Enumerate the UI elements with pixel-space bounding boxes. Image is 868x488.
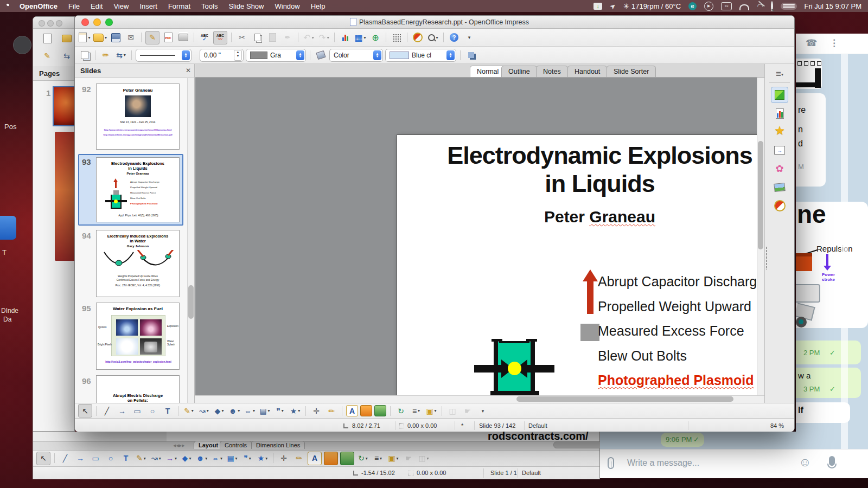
- bg-new-button[interactable]: [41, 32, 54, 44]
- bg-interaction-tool[interactable]: ☛: [402, 452, 415, 465]
- menu-slide-show[interactable]: Slide Show: [223, 2, 269, 10]
- menu-edit[interactable]: Edit: [85, 2, 108, 10]
- title-bar[interactable]: PlasmaBasedEnergyResearch.ppt - OpenOffi…: [75, 16, 794, 29]
- gluepoints-tool[interactable]: ✏: [325, 404, 338, 417]
- chat-bubble-outgoing[interactable]: w a 3 PM ✓: [796, 368, 861, 398]
- arrow-style-button[interactable]: ⇆: [114, 49, 127, 61]
- bg-arrows-shapes-tool[interactable]: ⇔: [210, 452, 224, 465]
- bg-line-tool[interactable]: ╱: [59, 452, 72, 465]
- menu-format[interactable]: Format: [163, 2, 196, 10]
- tab-slide-sorter[interactable]: Slide Sorter: [607, 66, 656, 77]
- slides-panel-scroll-thumb[interactable]: [188, 285, 194, 319]
- new-document-button[interactable]: [78, 31, 91, 44]
- slide-93-thumbnail[interactable]: Electrodynamic Explosions in Liquids Pet…: [96, 157, 180, 222]
- area-style-icon[interactable]: [314, 49, 327, 61]
- redo-button[interactable]: ↷: [317, 31, 330, 44]
- bg-tab-dimension-lines[interactable]: Dimension Lines: [251, 441, 305, 449]
- download-status-icon[interactable]: ↓: [593, 3, 602, 10]
- bg-gluepoints-tool[interactable]: ✏: [292, 452, 305, 465]
- messenger-scrollbar-area[interactable]: [841, 54, 848, 449]
- bg-points-tool[interactable]: ✛: [277, 452, 290, 465]
- sidebar-star-icon[interactable]: ★: [772, 124, 787, 138]
- chat-bubble-incoming[interactable]: re n d M: [796, 93, 826, 187]
- menu-file[interactable]: File: [63, 2, 85, 10]
- chat-bubble-outgoing-time[interactable]: 9:06 PM ✓: [661, 433, 704, 447]
- hyperlink-button[interactable]: ⊕: [369, 31, 382, 44]
- bg-rectangle-tool[interactable]: ▭: [89, 452, 102, 465]
- bg-curve-tool[interactable]: ✎: [135, 452, 148, 465]
- interaction-tool[interactable]: ☛: [461, 404, 474, 417]
- symbol-shapes-tool[interactable]: ☻: [228, 404, 241, 417]
- sidebar-menu-icon[interactable]: ≡▾: [772, 67, 787, 81]
- points-tool[interactable]: ✛: [310, 404, 323, 417]
- bg-rotate-tool[interactable]: ↻: [356, 452, 369, 465]
- flowchart-tool[interactable]: ▤: [258, 404, 271, 417]
- copy-button[interactable]: [251, 31, 264, 44]
- select-tool[interactable]: ↖: [78, 404, 92, 418]
- sidebar-gallery-icon[interactable]: [772, 180, 787, 194]
- line-tool[interactable]: ╱: [100, 404, 113, 417]
- curve-tool[interactable]: ✎: [182, 404, 195, 417]
- sidebar-chart-icon[interactable]: [772, 106, 787, 120]
- chart-button[interactable]: [339, 31, 352, 44]
- slide-96-thumbnail[interactable]: Abrupt Electric Discharge on Pellets:: [96, 375, 180, 403]
- text-tool[interactable]: T: [161, 404, 174, 417]
- spotlight-icon[interactable]: [771, 2, 773, 10]
- drawbar-overflow[interactable]: ▾: [476, 404, 489, 417]
- navigator-button[interactable]: [411, 31, 424, 44]
- chat-image-card-engine[interactable]: ne Repulsion Power stroke: [796, 202, 868, 328]
- tab-outline[interactable]: Outline: [501, 66, 537, 77]
- bg-arrow-tool[interactable]: →: [74, 452, 87, 465]
- help-button[interactable]: ?: [448, 31, 461, 44]
- inactive-traffic-light[interactable]: [39, 20, 45, 27]
- status-slide-style[interactable]: Default: [528, 422, 547, 429]
- menu-bar-clock[interactable]: Fri Jul 15 9:07 PM: [805, 2, 862, 10]
- more-menu-icon[interactable]: ⋮: [829, 37, 839, 49]
- sidebar-collapse-handle[interactable]: [765, 246, 768, 270]
- page-thumbnail[interactable]: [53, 86, 75, 126]
- eset-icon[interactable]: e: [688, 2, 697, 10]
- menu-tools[interactable]: Tools: [196, 2, 223, 10]
- rotate-tool[interactable]: ↻: [394, 404, 407, 417]
- line-style-select[interactable]: ▲▼: [136, 49, 192, 62]
- bg-tab-nav-buttons[interactable]: ◀◀▶▶: [173, 442, 193, 449]
- grid-button[interactable]: [390, 31, 403, 44]
- bg-extrusion-tool[interactable]: ◫: [417, 452, 430, 465]
- toolbar-overflow[interactable]: ▾: [463, 31, 476, 44]
- slide-95-thumbnail[interactable]: Water Explosion as Fuel Ignition Explosi…: [96, 303, 180, 370]
- export-pdf-button[interactable]: PDF: [162, 31, 175, 44]
- line-color-select[interactable]: Gra▲▼: [246, 49, 306, 62]
- line-tool-icon[interactable]: ✏: [99, 49, 112, 61]
- block-arrows-tool[interactable]: ⇔: [243, 404, 256, 417]
- line-color-stepper[interactable]: ▲▼: [296, 50, 304, 60]
- call-icon[interactable]: ☎: [806, 37, 817, 49]
- undo-button[interactable]: ↶: [302, 31, 315, 44]
- tab-normal[interactable]: Normal: [470, 66, 506, 77]
- close-window-button[interactable]: [81, 18, 89, 26]
- bg-connector-tool[interactable]: ↝: [150, 452, 163, 465]
- table-button[interactable]: ▦: [354, 31, 367, 44]
- fill-color-stepper[interactable]: ▲▼: [446, 50, 455, 60]
- menu-help[interactable]: Help: [305, 2, 331, 10]
- canvas-h-scroll-thumb[interactable]: [516, 396, 733, 402]
- cut-button[interactable]: ✂: [235, 31, 248, 44]
- bg-from-file-button[interactable]: [340, 452, 354, 465]
- fill-type-stepper[interactable]: ▲▼: [373, 50, 381, 60]
- styles-button[interactable]: [78, 49, 91, 61]
- print-button[interactable]: [177, 31, 190, 44]
- canvas-v-scroll-thumb[interactable]: [758, 141, 763, 249]
- sidebar-animation-icon[interactable]: ✿: [772, 162, 787, 176]
- control-center-icon[interactable]: [781, 3, 797, 10]
- arrow-tool[interactable]: →: [116, 404, 129, 417]
- play-menu-icon[interactable]: ▶: [704, 2, 713, 11]
- bg-tab-controls[interactable]: Controls: [220, 441, 252, 449]
- shadow-button[interactable]: [464, 49, 477, 61]
- sidebar-navigator-icon[interactable]: [772, 198, 787, 213]
- bg-status-style[interactable]: Default: [522, 470, 541, 476]
- basic-shapes-tool[interactable]: ◆: [213, 404, 226, 417]
- bg-pen-icon[interactable]: ✎: [41, 49, 54, 62]
- slide-92-thumbnail[interactable]: Peter Graneau Mar 13, 1921 – Feb 25, 201…: [96, 84, 180, 150]
- inactive-traffic-light[interactable]: [56, 20, 62, 27]
- menu-openoffice[interactable]: OpenOffice: [14, 2, 63, 10]
- zoom-button[interactable]: [426, 31, 439, 44]
